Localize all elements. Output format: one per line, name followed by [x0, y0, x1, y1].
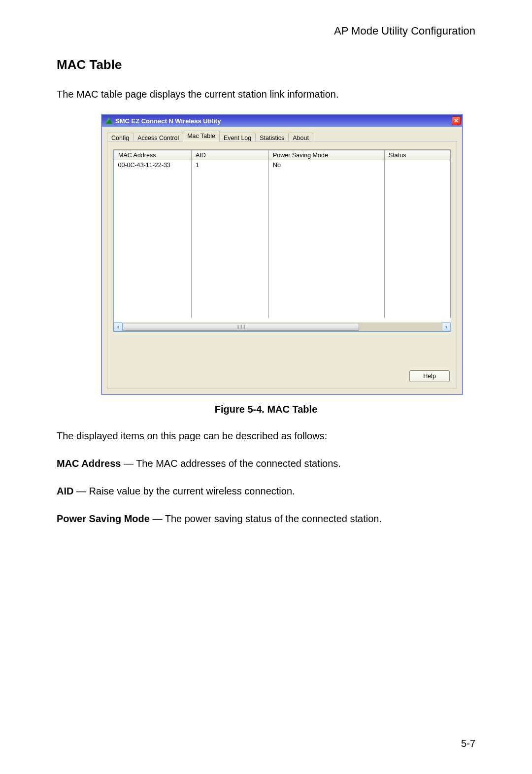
- help-button[interactable]: Help: [409, 370, 450, 382]
- cell-status: [385, 160, 451, 170]
- tab-mac-table[interactable]: Mac Table: [183, 131, 220, 141]
- scroll-left-icon[interactable]: ‹: [114, 322, 123, 331]
- desc-intro: The displayed items on this page can be …: [57, 428, 475, 444]
- cell-aid: 1: [192, 160, 269, 170]
- desc-aid: AID — Raise value by the current wireles…: [57, 483, 475, 499]
- mac-table: MAC Address AID Power Saving Mode Status…: [114, 150, 451, 318]
- intro-paragraph: The MAC table page displays the current …: [57, 86, 475, 102]
- utility-window: SMC EZ Connect N Wireless Utility ✕ Conf…: [101, 114, 463, 395]
- tab-panel: MAC Address AID Power Saving Mode Status…: [107, 141, 457, 388]
- doc-header: AP Mode Utility Configuration: [57, 25, 475, 37]
- scroll-grip-icon: [237, 325, 245, 329]
- desc-mac-address: MAC Address — The MAC addresses of the c…: [57, 456, 475, 471]
- col-status[interactable]: Status: [385, 150, 451, 160]
- scroll-thumb[interactable]: [123, 323, 359, 331]
- horizontal-scrollbar[interactable]: ‹ ›: [114, 322, 451, 331]
- window-body: Config Access Control Mac Table Event Lo…: [102, 127, 462, 394]
- figure-caption: Figure 5-4. MAC Table: [57, 404, 475, 415]
- label-aid: AID: [57, 486, 73, 496]
- cell-mac: 00-0C-43-11-22-33: [114, 160, 192, 170]
- scroll-track[interactable]: [123, 322, 442, 331]
- table-row[interactable]: 00-0C-43-11-22-33 1 No: [114, 160, 451, 170]
- scroll-right-icon[interactable]: ›: [442, 322, 451, 331]
- window-title: SMC EZ Connect N Wireless Utility: [115, 117, 221, 125]
- tabstrip: Config Access Control Mac Table Event Lo…: [107, 131, 457, 141]
- col-power-saving[interactable]: Power Saving Mode: [269, 150, 385, 160]
- close-icon[interactable]: ✕: [452, 116, 461, 125]
- col-aid[interactable]: AID: [192, 150, 269, 160]
- section-title: MAC Table: [57, 57, 475, 72]
- titlebar[interactable]: SMC EZ Connect N Wireless Utility ✕: [102, 115, 462, 127]
- cell-psm: No: [269, 160, 385, 170]
- label-power-saving: Power Saving Mode: [57, 513, 150, 524]
- page-number: 5-7: [461, 738, 475, 749]
- col-mac-address[interactable]: MAC Address: [114, 150, 192, 160]
- app-icon: [105, 117, 112, 125]
- label-mac-address: MAC Address: [57, 458, 121, 469]
- desc-power-saving: Power Saving Mode — The power saving sta…: [57, 511, 475, 527]
- mac-table-container: MAC Address AID Power Saving Mode Status…: [113, 149, 451, 332]
